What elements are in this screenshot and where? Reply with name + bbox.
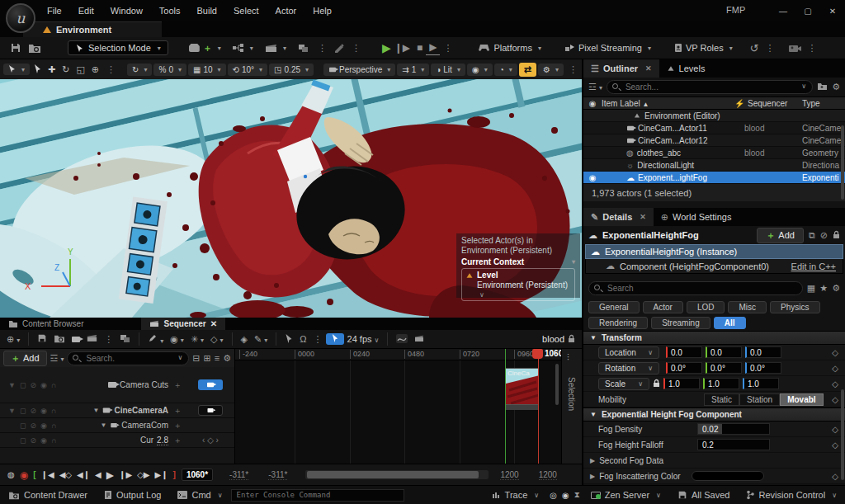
audio-icon[interactable]: ∩ xyxy=(51,381,56,389)
expander-icon[interactable]: ▼ xyxy=(92,407,99,414)
outliner-row-cinecam12[interactable]: CineCam...Actor12 CineCame xyxy=(583,134,845,147)
play-forward-button[interactable]: ▶ xyxy=(104,469,116,481)
menu-edit[interactable]: Edit xyxy=(71,2,101,19)
vp-roles-dropdown[interactable]: VP Roles▾ xyxy=(668,40,739,55)
menu-file[interactable]: File xyxy=(40,2,69,19)
performance-dropdown[interactable]: ◔▾ xyxy=(494,64,517,76)
sequence-name[interactable]: blood xyxy=(542,334,564,344)
recent-levels-icon[interactable]: ↺ xyxy=(747,40,762,57)
working-range-end-field[interactable]: 1200 xyxy=(500,470,518,480)
track-camera-component[interactable]: ◻ ⊘ ◉ ∩ ▼ CameraCom ＋ xyxy=(0,418,234,433)
sequencer-column[interactable]: Sequencer xyxy=(748,99,802,108)
chip-general[interactable]: General xyxy=(588,301,640,313)
outliner-scrollbar[interactable] xyxy=(841,125,844,200)
step-forward-button[interactable]: ❙▶ xyxy=(116,470,135,479)
menu-select[interactable]: Select xyxy=(226,2,267,19)
level-context-value[interactable]: Environment (Persistent) ∨ xyxy=(465,280,571,299)
chip-rendering[interactable]: Rendering xyxy=(588,317,648,329)
details-search[interactable] xyxy=(588,281,803,295)
mobility-keyframe-icon[interactable]: ◇ xyxy=(832,395,838,404)
outliner-settings-icon[interactable]: ⚙ xyxy=(832,82,840,92)
scale-tool-icon[interactable]: ◱ xyxy=(73,64,87,75)
playhead-line[interactable] xyxy=(538,349,539,464)
instance-row[interactable]: ☁ ExponentialHeightFog (Instance) xyxy=(585,244,843,259)
pixel-streaming-dropdown[interactable]: Pixel Streaming▾ xyxy=(559,40,657,55)
component-row[interactable]: ☁ Component (HeightFogComponent0) Edit i… xyxy=(585,259,843,274)
render-options-icon[interactable]: ⋮ xyxy=(101,334,116,345)
console-command-input[interactable] xyxy=(231,489,404,502)
expander-icon[interactable]: ▼ xyxy=(100,422,106,429)
tab-levels[interactable]: Levels xyxy=(659,59,713,78)
selection-mode-dropdown[interactable]: Selection Mode ▾ xyxy=(68,40,168,55)
mobility-stationary[interactable]: Station xyxy=(739,393,780,406)
insights-icon[interactable]: ◎ xyxy=(547,491,559,500)
mode-paint-icon[interactable] xyxy=(330,40,348,55)
track-list-icon[interactable]: ≡ xyxy=(215,353,220,363)
track-cine-camera[interactable]: ▼ ◻ ⊘ ◉ ∩ ▼ CineCameraA ＋ xyxy=(0,403,234,418)
fog-section-header[interactable]: ▼Exponential Height Fog Component xyxy=(583,407,845,422)
zen-server-dropdown[interactable]: Zen Server∨ xyxy=(583,486,669,504)
find-in-content-browser-icon[interactable] xyxy=(50,334,68,345)
actor-pilot-toggle[interactable]: ⇄ xyxy=(519,63,536,77)
edit-options-icon[interactable]: ▾ xyxy=(144,333,167,345)
sequence-lock-icon[interactable] xyxy=(564,334,578,345)
favorites-icon[interactable]: ★ xyxy=(819,283,828,294)
track-settings-icon[interactable]: ⚙ xyxy=(223,353,231,364)
tab-world-settings[interactable]: ⊕ World Settings xyxy=(654,208,739,226)
output-log-button[interactable]: Output Log xyxy=(96,486,169,504)
track-search[interactable]: ∨ xyxy=(67,351,189,365)
expander-icon[interactable]: ▶ xyxy=(590,457,595,464)
maximize-button[interactable]: ▢ xyxy=(795,0,820,21)
audio-icon[interactable]: ∩ xyxy=(51,407,56,415)
minimize-button[interactable]: — xyxy=(771,0,795,21)
add-section-icon[interactable]: ＋ xyxy=(173,379,182,391)
snap-options-icon[interactable]: ⋮ xyxy=(310,334,326,345)
tab-content-browser[interactable]: Content Browser xyxy=(0,318,92,330)
set-end-bracket[interactable]: ] xyxy=(171,470,178,479)
expand-tracks-icon[interactable]: ⊞ xyxy=(203,353,210,364)
scale-z-field[interactable]: 1.0 xyxy=(743,378,779,389)
levels-overflow-icon[interactable]: ⋮ xyxy=(762,43,778,54)
add-key-icon[interactable]: ＋ xyxy=(173,435,182,446)
select-edit-icon[interactable] xyxy=(281,334,296,345)
play-options-icon[interactable]: ⋮ xyxy=(440,43,456,54)
step-back-button[interactable]: ◀❙ xyxy=(74,470,92,479)
display-options-icon[interactable]: ▦ xyxy=(807,283,815,294)
fog-density-keyframe-icon[interactable]: ◇ xyxy=(832,425,838,434)
current-context-menu[interactable]: Current Context ▾ xyxy=(461,257,575,266)
chip-physics[interactable]: Physics xyxy=(770,301,819,313)
tab-outliner[interactable]: ☰ Outliner ✕ xyxy=(583,59,659,78)
transform-overflow-icon[interactable]: ⋮ xyxy=(103,64,119,75)
launch-button[interactable]: ▶ xyxy=(426,40,440,55)
unreal-logo-icon[interactable]: u xyxy=(6,3,35,33)
add-track-icon[interactable]: ＋ xyxy=(173,420,182,431)
track-search-input[interactable] xyxy=(67,351,189,365)
edit-mode-icon[interactable]: ✎▾ xyxy=(251,334,271,345)
outliner-world-row[interactable]: Environment (Editor) xyxy=(583,110,845,122)
outliner-search[interactable]: ∨ xyxy=(607,80,813,94)
level-context-box[interactable]: Level Environment (Persistent) ∨ xyxy=(461,268,575,301)
scale-lock-icon[interactable] xyxy=(653,379,660,389)
chip-streaming[interactable]: Streaming xyxy=(651,317,710,329)
edit-in-cpp-link[interactable]: Edit in C++ xyxy=(791,261,836,271)
blueprints-dropdown[interactable]: ▾ xyxy=(227,41,259,54)
tab-environment[interactable]: Environment xyxy=(23,21,162,37)
timeline-h-scrollbar[interactable] xyxy=(305,470,489,479)
chip-actor[interactable]: Actor xyxy=(643,301,683,313)
auto-key-icon[interactable]: ◈ xyxy=(238,334,251,345)
loop-toggle-icon[interactable]: ◍ xyxy=(5,470,17,479)
to-front-button[interactable]: ❙◀ xyxy=(39,470,57,479)
mobility-static[interactable]: Static xyxy=(704,393,739,406)
playback-start-marker[interactable] xyxy=(505,349,506,464)
fog-density-slider[interactable]: 0.02 xyxy=(697,423,770,435)
playhead-snap-toggle[interactable] xyxy=(326,333,344,345)
toolbar-overflow-icon[interactable]: ⋮ xyxy=(314,43,330,54)
lock-icon[interactable]: ◻ xyxy=(20,407,26,415)
fog-falloff-field[interactable]: 0.2 xyxy=(697,439,770,450)
fog-falloff-keyframe-icon[interactable]: ◇ xyxy=(832,440,838,450)
revision-control-dropdown[interactable]: Revision Control∨ xyxy=(738,486,845,504)
working-range-start-field[interactable]: -311* xyxy=(268,470,287,480)
location-y-field[interactable]: 0.0 xyxy=(706,346,742,358)
item-label-column[interactable]: Item Label ▲ xyxy=(602,99,734,108)
audio-icon[interactable]: ∩ xyxy=(51,436,56,445)
